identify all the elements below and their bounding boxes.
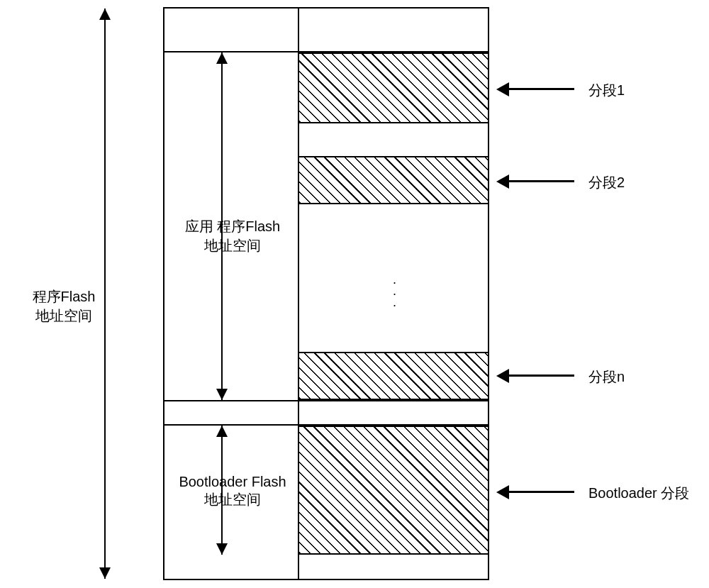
pointer-seg2-label: 分段2 [588, 173, 625, 192]
pointer-seg1 [508, 88, 574, 90]
pointer-boot-label: Bootloader 分段 [588, 484, 689, 503]
segment-1-block [299, 52, 488, 123]
pointer-boot [508, 491, 574, 493]
bootloader-block [299, 426, 488, 555]
app-dim-label: 应用 程序Flash 地址空间 [172, 217, 293, 255]
memory-layout-diagram: . . . 程序Flash 地址空间 应用 程序Flash 地址空间 Bootl… [0, 0, 709, 588]
pointer-segn [508, 375, 574, 377]
pointer-seg2 [508, 180, 574, 182]
outer-dim-arrow [104, 9, 106, 579]
hline-app-bottom [164, 400, 488, 401]
outer-dim-label: 程序Flash 地址空间 [25, 287, 103, 326]
pointer-seg1-label: 分段1 [588, 81, 625, 100]
boot-dim-label: Bootloader Flash 地址空间 [172, 474, 293, 509]
ellipsis-dots: . . . [393, 274, 396, 308]
segment-n-block [299, 352, 488, 400]
segment-2-block [299, 156, 488, 204]
pointer-segn-label: 分段n [588, 367, 625, 387]
